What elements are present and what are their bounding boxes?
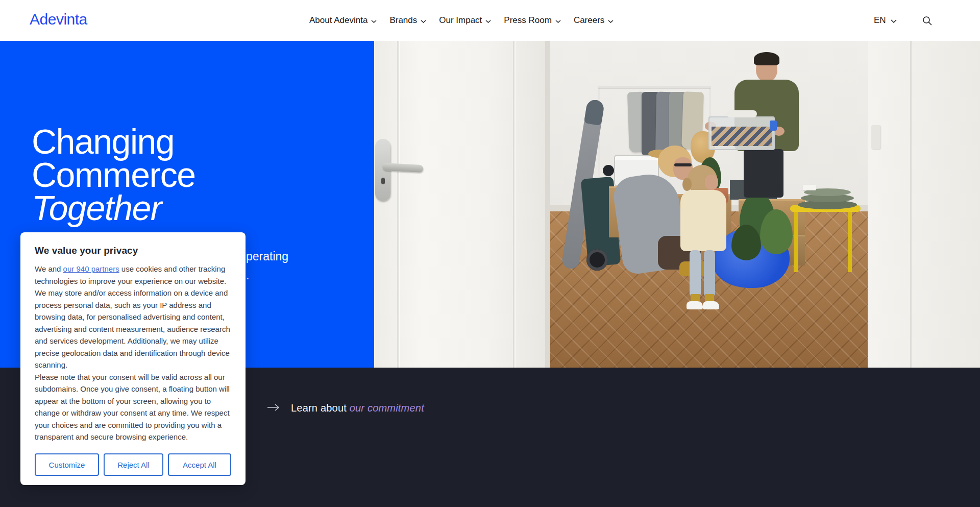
photo-girl-jeans [704,250,715,297]
photo-girl-jeans [690,250,701,297]
photo-storage-box-pattern [712,127,772,146]
hero-heading-line3: Together [32,191,195,225]
hero-photo-family-moving [374,41,980,368]
reject-all-button[interactable]: Reject All [104,453,163,476]
cookie-dialog-buttons: Customize Reject All Accept All [35,453,232,476]
photo-woman-glasses [674,163,692,166]
photo-man-trousers [744,149,783,198]
nav-item-label: Our Impact [439,15,482,26]
chevron-down-icon [608,16,614,26]
cookie-consent-dialog: We value your privacy We and our 940 par… [20,232,246,485]
chevron-down-icon [555,16,561,26]
photo-clothes-rack-bar [598,86,711,88]
commitment-text-plain: Learn about [291,402,350,414]
cookie-dialog-intro: We and our 940 partners use cookies and … [35,263,232,371]
hero-heading-line1: Changing [32,125,195,158]
hero-heading: Changing Commerce Together [32,125,195,225]
cookie-intro-suffix: use cookies and other tracking technolog… [35,264,230,369]
photo-girl-sneaker [687,301,703,309]
photo-storage-box-handle [770,120,777,131]
photo-girl-sneaker [703,301,719,309]
nav-item-label: About Adevinta [309,15,368,26]
photo-girl-face [705,175,718,190]
nav-item-label: Press Room [504,15,552,26]
commitment-text: Learn about our commitment [291,402,424,414]
photo-dolly-handle [603,165,614,176]
language-label: EN [874,15,886,26]
chevron-down-icon [371,16,377,26]
commitment-link[interactable]: Learn about our commitment [267,402,424,414]
main-menu: About Adevinta Brands Our Impact Press R… [309,0,614,41]
photo-white-door [374,41,550,368]
commitment-text-emphasis: our commitment [350,402,424,414]
photo-door-groove [513,41,514,368]
partners-link[interactable]: our 940 partners [63,264,119,273]
customize-button[interactable]: Customize [35,453,99,476]
hero-subtitle-fragment-line2: . [246,266,288,285]
photo-background-door-handle [871,125,880,149]
chevron-down-icon [891,16,897,26]
photo-girl-pigtail [682,178,692,191]
nav-item-press-room[interactable]: Press Room [504,15,561,26]
page: Adevinta About Adevinta Brands Our Impac… [0,0,980,507]
cookie-intro-prefix: We and [35,264,63,273]
top-navigation: Adevinta About Adevinta Brands Our Impac… [0,0,980,41]
cookie-dialog-paragraph2: Please note that your consent will be va… [35,371,232,443]
photo-right-wall [868,41,980,368]
photo-dolly-wheel [586,249,608,271]
hero-heading-line2: Commerce [32,158,195,191]
nav-item-brands[interactable]: Brands [389,15,426,26]
photo-paper-roll [726,110,757,117]
right-arrow-icon [267,403,280,414]
photo-yellow-table-leg [848,212,852,272]
photo-door-groove [397,41,399,368]
adevinta-logo[interactable]: Adevinta [30,11,87,28]
photo-man-hair [754,52,779,65]
photo-girl-sweater [680,190,726,251]
hero-subtitle-fragment-line1: perating [246,247,288,266]
accept-all-button[interactable]: Accept All [168,453,231,476]
nav-item-label: Brands [389,15,417,26]
search-icon[interactable] [922,15,933,27]
nav-item-careers[interactable]: Careers [574,15,614,26]
nav-item-about-adevinta[interactable]: About Adevinta [309,15,377,26]
photo-yellow-table-leg [794,212,798,272]
chevron-down-icon [421,16,426,26]
nav-item-our-impact[interactable]: Our Impact [439,15,491,26]
chevron-down-icon [485,16,491,26]
photo-storage-box [708,116,775,150]
cookie-dialog-title: We value your privacy [35,245,232,256]
photo-right-doorframe [910,41,912,368]
hero-subtitle-fragment: perating . [246,247,288,285]
nav-item-label: Careers [574,15,604,26]
language-selector[interactable]: EN [874,0,897,41]
photo-wall-outlet [803,185,816,190]
photo-door-keyhole [381,178,385,184]
